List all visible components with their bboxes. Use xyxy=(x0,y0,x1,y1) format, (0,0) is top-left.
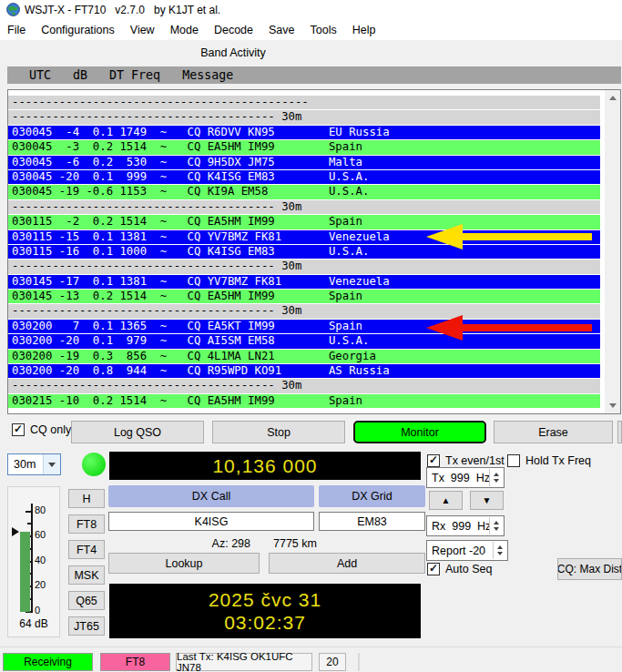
tx-offset-spinner[interactable]: Tx 999 Hz xyxy=(426,467,505,488)
decode-row[interactable]: 030200 -20 0.1 979 ~ CQ AI5SM EM58 U.S.A… xyxy=(8,334,600,348)
meter-level-bar xyxy=(20,532,30,612)
frequency-display: 10,136 000 xyxy=(109,452,421,480)
spinner-arrows-icon[interactable] xyxy=(489,469,503,486)
hold-tx-checkbox-box[interactable] xyxy=(507,454,520,467)
menu-save[interactable]: Save xyxy=(269,24,295,36)
decode-column-header: UTC dB DT Freq Message xyxy=(7,66,621,84)
menu-mode[interactable]: Mode xyxy=(170,24,199,36)
decode-separator-row: --------------------------------------- … xyxy=(8,304,600,318)
time-label: 03:02:37 xyxy=(224,611,306,634)
decode-scrollbar[interactable] xyxy=(605,90,620,413)
meter-axis xyxy=(31,504,33,613)
mode-button-msk[interactable]: MSK xyxy=(68,565,105,585)
window-title: WSJT-X - FT710 v2.7.0 by K1JT et al. xyxy=(25,4,220,16)
decode-row[interactable]: 030115 -15 0.1 1381 ~ CQ YV7BMZ FK81 Ven… xyxy=(8,230,600,244)
dx-call-header[interactable]: DX Call xyxy=(108,485,314,507)
cq-max-dist-button[interactable]: CQ: Max Dist xyxy=(557,558,622,580)
decode-row[interactable]: 030115 -16 0.1 1000 ~ CQ K4ISG EM83 U.S.… xyxy=(8,245,600,259)
band-select[interactable]: 30m xyxy=(7,453,61,475)
cq-only-checkbox[interactable]: ✓ CQ only xyxy=(12,423,71,436)
decode-row[interactable]: 030200 -19 0.3 856 ~ CQ 4L1MA LN21 Georg… xyxy=(8,350,600,363)
tx-even-label: Tx even/1st xyxy=(445,454,505,467)
mode-button-q65[interactable]: Q65 xyxy=(68,591,105,610)
erase-button[interactable]: Erase xyxy=(494,421,613,443)
decode-list[interactable]: ----------------------------------------… xyxy=(8,96,600,409)
decode-row[interactable]: 030045 -3 0.2 1514 ~ CQ EA5HM IM99 Spain xyxy=(8,140,600,154)
meter-tick-40: 40 xyxy=(35,555,46,565)
check-icon: ✓ xyxy=(429,453,438,466)
menu-decode[interactable]: Decode xyxy=(214,24,253,36)
mode-button-ft4[interactable]: FT4 xyxy=(68,540,105,559)
log-qso-button[interactable]: Log QSO xyxy=(71,421,204,443)
menu-tools[interactable]: Tools xyxy=(311,24,337,36)
auto-seq-checkbox[interactable]: ✓ Auto Seq xyxy=(427,563,492,575)
cq-only-checkbox-box[interactable]: ✓ xyxy=(12,423,25,436)
tx-even-checkbox-box[interactable]: ✓ xyxy=(427,454,440,467)
mode-button-h[interactable]: H xyxy=(68,489,105,508)
signal-meter: 80 60 40 20 0 64 dB xyxy=(7,486,60,637)
meter-pointer-icon xyxy=(12,527,19,536)
band-activity-panel: ----------------------------------------… xyxy=(7,89,621,414)
auto-seq-checkbox-box[interactable]: ✓ xyxy=(427,563,440,575)
meter-tick-60: 60 xyxy=(35,529,46,540)
band-activity-title: Band Activity xyxy=(169,46,297,59)
dx-grid-input[interactable]: EM83 xyxy=(319,512,425,531)
decode-row[interactable]: 030200 7 0.1 1365 ~ CQ EA5KT IM99 Spain xyxy=(8,320,600,333)
meter-tick-20: 20 xyxy=(35,579,46,590)
stop-button[interactable]: Stop xyxy=(212,421,345,443)
decode-separator-row: ----------------------------------------… xyxy=(8,96,600,109)
menu-view[interactable]: View xyxy=(130,24,155,36)
decode-row[interactable]: 030045 -6 0.2 530 ~ CQ 9H5DX JM75 Malta xyxy=(8,156,600,169)
decode-row[interactable]: 030145 -13 0.2 1514 ~ CQ EA5HM IM99 Spai… xyxy=(8,290,600,303)
decode-separator-row: --------------------------------------- … xyxy=(8,260,600,273)
clipped-button-sliver[interactable] xyxy=(617,421,622,443)
chevron-down-icon[interactable] xyxy=(43,454,60,474)
decode-row[interactable]: 030145 -17 0.1 1381 ~ CQ YV7BMZ FK81 Ven… xyxy=(8,275,600,289)
title-bar: WSJT-X - FT710 v2.7.0 by K1JT et al. xyxy=(0,0,622,19)
mode-button-jt65[interactable]: JT65 xyxy=(68,616,105,636)
decode-separator-row: --------------------------------------- … xyxy=(8,379,600,392)
check-icon: ✓ xyxy=(429,562,438,575)
distance-label: 7775 km xyxy=(273,537,317,550)
lookup-button[interactable]: Lookup xyxy=(108,553,260,574)
decode-row[interactable]: 030215 -10 0.2 1514 ~ CQ EA5HM IM99 Spai… xyxy=(8,394,600,408)
mode-button-ft8[interactable]: FT8 xyxy=(68,514,105,534)
spinner-arrows-icon[interactable] xyxy=(493,542,506,559)
meter-tick-80: 80 xyxy=(35,504,46,515)
tx-even-checkbox[interactable]: ✓ Tx even/1st xyxy=(427,454,505,467)
decode-separator-row: --------------------------------------- … xyxy=(8,200,600,214)
freq-down-button[interactable]: ▼ xyxy=(470,491,504,510)
receive-status-lamp xyxy=(82,453,106,476)
scroll-down-icon[interactable] xyxy=(605,398,620,413)
cq-only-label: CQ only xyxy=(30,423,71,436)
freq-up-button[interactable]: ▲ xyxy=(429,491,463,510)
rx-offset-spinner[interactable]: Rx 999 Hz xyxy=(426,515,505,536)
dx-grid-header[interactable]: DX Grid xyxy=(319,485,425,507)
decode-row[interactable]: 030200 -20 0.8 944 ~ CQ R95WPD KO91 AS R… xyxy=(8,364,600,378)
decode-row[interactable]: 030045 -4 0.1 1749 ~ CQ R6DVV KN95 EU Ru… xyxy=(8,126,600,139)
date-time-display: 2025 čvc 31 03:02:37 xyxy=(109,584,421,638)
hold-tx-label: Hold Tx Freq xyxy=(525,454,591,467)
menu-file[interactable]: File xyxy=(7,24,25,36)
menu-help[interactable]: Help xyxy=(352,24,376,36)
status-receiving-badge: Receiving xyxy=(3,653,93,671)
hold-tx-freq-checkbox[interactable]: Hold Tx Freq xyxy=(507,454,591,467)
rx-offset-value: Rx 999 Hz xyxy=(432,520,491,533)
menu-configurations[interactable]: Configurations xyxy=(41,24,115,36)
decode-row[interactable]: 030045 -19 -0.6 1153 ~ CQ KI9A EM58 U.S.… xyxy=(8,185,600,199)
date-label: 2025 čvc 31 xyxy=(209,588,321,611)
spinner-arrows-icon[interactable] xyxy=(489,517,503,535)
tx-offset-value: Tx 999 Hz xyxy=(432,472,490,484)
add-button[interactable]: Add xyxy=(269,553,425,574)
app-globe-icon xyxy=(6,3,20,16)
scroll-up-icon[interactable] xyxy=(605,90,620,106)
dx-call-input[interactable]: K4ISG xyxy=(108,512,314,531)
band-select-value: 30m xyxy=(14,458,36,471)
decode-row[interactable]: 030115 -2 0.2 1514 ~ CQ EA5HM IM99 Spain xyxy=(8,215,600,229)
status-progress: 20 xyxy=(319,653,346,671)
status-last-tx: Last Tx: K4ISG OK1UFC JN78 xyxy=(176,653,312,671)
monitor-button[interactable]: Monitor xyxy=(353,421,486,443)
decode-separator-row: --------------------------------------- … xyxy=(8,110,600,124)
decode-row[interactable]: 030045 -20 0.1 999 ~ CQ K4ISG EM83 U.S.A… xyxy=(8,170,600,184)
report-spinner[interactable]: Report -20 xyxy=(426,540,508,561)
